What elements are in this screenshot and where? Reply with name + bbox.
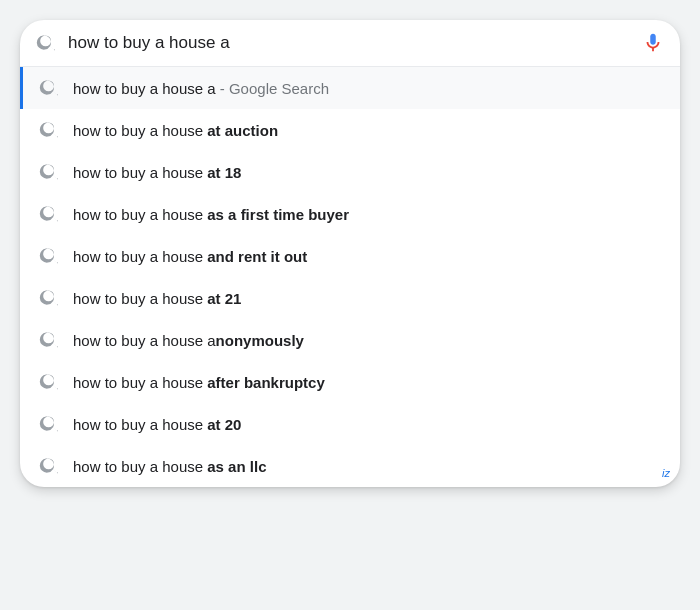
suggestion-text-1: how to buy a house at auction	[73, 122, 664, 139]
suggestion-text-0: how to buy a house a - Google Search	[73, 80, 664, 97]
suggestion-item-rent-it-out[interactable]: how to buy a house and rent it out	[20, 235, 680, 277]
suggestion-search-icon-1	[39, 120, 59, 140]
suggestion-item-at20[interactable]: how to buy a house at 20	[20, 403, 680, 445]
suggestion-item-at21[interactable]: how to buy a house at 21	[20, 277, 680, 319]
suggestion-search-icon-5	[39, 288, 59, 308]
suggestion-search-icon-6	[39, 330, 59, 350]
suggestions-list: how to buy a house a - Google Search how…	[20, 67, 680, 487]
suggestion-search-icon-8	[39, 414, 59, 434]
suggestion-search-icon-0	[39, 78, 59, 98]
suggestion-text-8: how to buy a house at 20	[73, 416, 664, 433]
suggestion-text-9: how to buy a house as an llc	[73, 458, 664, 475]
suggestion-search-icon-7	[39, 372, 59, 392]
suggestion-text-2: how to buy a house at 18	[73, 164, 664, 181]
suggestion-text-4: how to buy a house and rent it out	[73, 248, 664, 265]
suggestion-item-at18[interactable]: how to buy a house at 18	[20, 151, 680, 193]
suggestion-item-after-bankruptcy[interactable]: how to buy a house after bankruptcy	[20, 361, 680, 403]
suggestion-item-anonymously[interactable]: how to buy a house anonymously	[20, 319, 680, 361]
suggestion-search-icon-4	[39, 246, 59, 266]
search-autocomplete-container: how to buy a house a - Google Search how…	[20, 20, 680, 487]
suggestion-item-first-time-buyer[interactable]: how to buy a house as a first time buyer	[20, 193, 680, 235]
suggestion-text-3: how to buy a house as a first time buyer	[73, 206, 664, 223]
suggestion-search-icon-2	[39, 162, 59, 182]
search-bar	[20, 20, 680, 67]
suggestion-search-icon-9	[39, 456, 59, 476]
suggestion-item-as-an-llc[interactable]: how to buy a house as an llc	[20, 445, 680, 487]
search-icon	[36, 33, 56, 53]
suggestion-item-auction[interactable]: how to buy a house at auction	[20, 109, 680, 151]
iz-badge: iz	[662, 467, 670, 479]
suggestion-text-6: how to buy a house anonymously	[73, 332, 664, 349]
suggestion-text-5: how to buy a house at 21	[73, 290, 664, 307]
mic-icon[interactable]	[642, 32, 664, 54]
suggestion-text-7: how to buy a house after bankruptcy	[73, 374, 664, 391]
suggestion-search-icon-3	[39, 204, 59, 224]
search-input[interactable]	[68, 33, 630, 53]
suggestion-item-google-search[interactable]: how to buy a house a - Google Search	[20, 67, 680, 109]
